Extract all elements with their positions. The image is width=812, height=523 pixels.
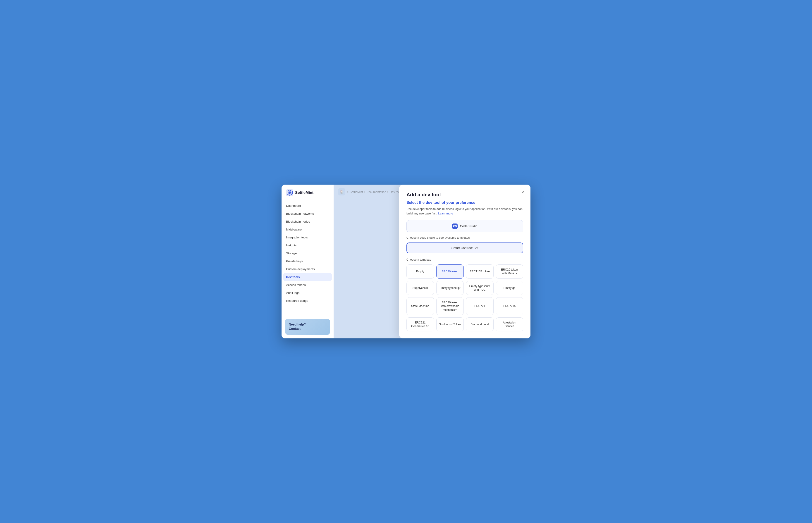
sidebar-item-custom-deployments[interactable]: Custom deployments <box>283 265 332 273</box>
sidebar-item-blockchain-networks[interactable]: Blockchain networks <box>283 210 332 218</box>
code-studio-label: Code Studio <box>460 224 477 228</box>
modal-description: Use developer tools to add business logi… <box>406 207 523 216</box>
help-widget[interactable]: Need help?Contact <box>285 319 330 335</box>
template-card-empty-go[interactable]: Empty go <box>496 281 524 295</box>
app-container: SettleMint DashboardBlockchain networksB… <box>282 185 530 338</box>
modal-overlay: × Add a dev tool Select the dev tool of … <box>334 185 530 338</box>
sidebar-item-blockchain-nodes[interactable]: Blockchain nodes <box>283 218 332 226</box>
sidebar-item-private-keys[interactable]: Private keys <box>283 257 332 265</box>
template-card-erc1155-token[interactable]: ERC1155 token <box>466 265 494 279</box>
logo-icon <box>286 189 293 196</box>
modal-subtitle: Select the dev tool of your preference <box>406 200 523 205</box>
code-studio-selector[interactable]: CS Code Studio <box>406 220 523 232</box>
code-studio-hint: Choose a code studio to see available te… <box>406 236 523 239</box>
template-card-soulbound-token[interactable]: Soulbound Token <box>436 318 464 331</box>
template-card-erc20-token-with-crowdsale-mechanism[interactable]: ERC20 token with crowdsale mechanism <box>436 297 464 315</box>
template-card-attestation-service[interactable]: Attestation Service <box>496 318 524 331</box>
help-text: Need help?Contact <box>289 322 326 331</box>
template-card-erc20-token[interactable]: ERC20 token <box>436 265 464 279</box>
sidebar-item-audit-logs[interactable]: Audit logs <box>283 289 332 297</box>
template-card-empty-typescript-with-pdc[interactable]: Empty typescript with PDC <box>466 281 494 295</box>
sidebar-navigation: DashboardBlockchain networksBlockchain n… <box>282 202 334 315</box>
smart-contract-set-label: Smart Contract Set <box>451 246 478 250</box>
sidebar: SettleMint DashboardBlockchain networksB… <box>282 185 334 338</box>
template-card-empty[interactable]: Empty <box>406 265 434 279</box>
logo-text: SettleMint <box>295 191 314 195</box>
smart-contract-set-selector[interactable]: Smart Contract Set <box>406 242 523 253</box>
template-card-erc721a[interactable]: ERC721a <box>496 297 524 315</box>
learn-more-link[interactable]: Learn more <box>438 212 453 215</box>
sidebar-item-dev-tools[interactable]: Dev tools <box>283 273 332 281</box>
sidebar-item-insights[interactable]: Insights <box>283 241 332 249</box>
template-card-empty-typescript[interactable]: Empty typescript <box>436 281 464 295</box>
sidebar-item-access-tokens[interactable]: Access tokens <box>283 281 332 289</box>
modal-footer: Cancel Continue <box>406 337 523 338</box>
template-card-erc721-generative-art[interactable]: ERC721 Generative Art <box>406 318 434 331</box>
code-studio-icon: CS <box>452 223 458 229</box>
sidebar-item-integration-tools[interactable]: Integration tools <box>283 233 332 241</box>
sidebar-item-dashboard[interactable]: Dashboard <box>283 202 332 210</box>
template-grid: EmptyERC20 tokenERC1155 tokenERC20 token… <box>406 265 523 331</box>
template-card-diamond-bond[interactable]: Diamond bond <box>466 318 494 331</box>
close-button[interactable]: × <box>519 189 526 196</box>
sidebar-item-storage[interactable]: Storage <box>283 249 332 257</box>
template-card-supplychain[interactable]: Supplychain <box>406 281 434 295</box>
sidebar-item-middleware[interactable]: Middleware <box>283 226 332 233</box>
template-card-erc20-token-with-metatx[interactable]: ERC20 token with MetaTx <box>496 265 524 279</box>
sidebar-item-resource-usage[interactable]: Resource usage <box>283 297 332 305</box>
template-card-state-machine[interactable]: State Machine <box>406 297 434 315</box>
template-card-erc721[interactable]: ERC721 <box>466 297 494 315</box>
modal: × Add a dev tool Select the dev tool of … <box>399 185 530 338</box>
choose-template-label: Choose a template <box>406 258 523 261</box>
modal-title: Add a dev tool <box>406 192 523 198</box>
logo: SettleMint <box>282 189 334 202</box>
